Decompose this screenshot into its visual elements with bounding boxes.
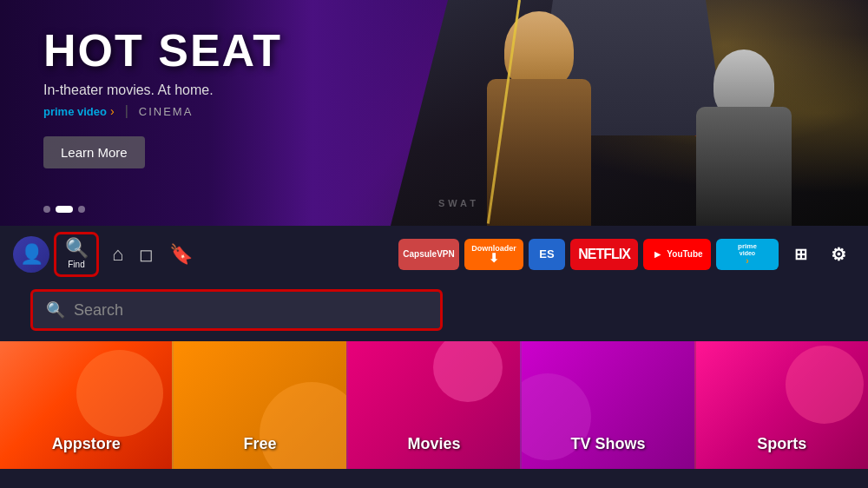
category-tvshows[interactable]: TV Shows (520, 341, 694, 469)
character-1-area (415, 0, 663, 226)
nav-apps: CapsuleVPN Downloader ⬇ ES NETFLIX ▶ You… (398, 239, 855, 270)
dot-1 (43, 206, 50, 213)
cinema-text: CINEMA (139, 105, 194, 118)
app-prime-video[interactable]: prime video › (716, 239, 779, 270)
char1-body (487, 79, 591, 226)
bookmark-icon[interactable]: 🔖 (165, 239, 197, 270)
search-bar-icon: 🔍 (46, 300, 65, 320)
prime-label: prime (738, 242, 757, 250)
dot-2 (56, 206, 73, 213)
prime-video-logo: prime video › (43, 104, 115, 118)
app-capsulevpn[interactable]: CapsuleVPN (398, 239, 459, 270)
capsule-label: CapsuleVPN (398, 249, 458, 260)
category-movies-label: Movies (408, 435, 461, 453)
category-tvshows-label: TV Shows (570, 435, 645, 453)
nav-bar: 👤 🔍 Find ⌂ ◻ 🔖 CapsuleVPN Downloader ⬇ E… (0, 226, 868, 282)
netflix-label: NETFLIX (578, 247, 630, 262)
home-icon[interactable]: ⌂ (108, 239, 128, 270)
app-es-explorer[interactable]: ES (529, 239, 565, 270)
learn-more-button[interactable]: Learn More (43, 136, 145, 168)
prime-arrow-icon: › (110, 104, 115, 118)
grid-icon: ⊞ (794, 245, 807, 264)
branding-divider: | (125, 103, 128, 119)
hero-dots (43, 206, 85, 213)
hero-content: HOT SEAT In-theater movies. At home. pri… (43, 26, 282, 168)
category-free-label: Free (244, 435, 277, 453)
find-label: Find (68, 260, 84, 269)
hero-title: HOT SEAT (43, 26, 282, 76)
app-netflix[interactable]: NETFLIX (570, 239, 638, 270)
es-label: ES (539, 247, 554, 260)
all-apps-button[interactable]: ⊞ (784, 239, 817, 270)
prime-video-label: video (740, 250, 755, 256)
category-movies[interactable]: Movies (346, 341, 520, 469)
find-button[interactable]: 🔍 Find (54, 232, 99, 277)
char2-body (696, 107, 792, 226)
downloader-arrow: ⬇ (489, 251, 499, 265)
category-free[interactable]: Free (172, 341, 345, 469)
youtube-play-icon: ▶ (651, 248, 664, 260)
prime-logo-arrow: › (746, 256, 748, 266)
user-avatar[interactable]: 👤 (13, 236, 49, 273)
nav-icon-group: ⌂ ◻ 🔖 (108, 239, 197, 270)
movies-icon[interactable]: ◻ (135, 240, 158, 269)
search-bar[interactable]: 🔍 Search (30, 289, 443, 331)
category-sports-label: Sports (757, 435, 806, 453)
avatar-icon: 👤 (20, 243, 43, 266)
search-placeholder: Search (74, 301, 123, 320)
hero-right-area: SWAT (391, 0, 868, 226)
youtube-label: YouTube (667, 249, 702, 259)
settings-icon: ⚙ (831, 244, 846, 265)
search-icon: 🔍 (65, 239, 89, 258)
settings-button[interactable]: ⚙ (822, 239, 855, 270)
category-appstore-label: Appstore (52, 435, 121, 453)
hero-banner: SWAT HOT SEAT In-theater movies. At home… (0, 0, 868, 226)
dot-3 (78, 206, 85, 213)
character-2-area (629, 34, 858, 226)
hero-branding: prime video › | CINEMA (43, 103, 282, 119)
prime-video-text: prime video (43, 105, 107, 118)
hero-subtitle: In-theater movies. At home. (43, 82, 282, 98)
swat-watermark: SWAT (438, 198, 479, 208)
app-youtube[interactable]: ▶ YouTube (643, 239, 711, 270)
category-appstore[interactable]: Appstore (0, 341, 172, 469)
app-downloader[interactable]: Downloader ⬇ (464, 239, 523, 270)
category-sports[interactable]: Sports (694, 341, 868, 469)
category-grid: Appstore Free Movies TV Shows Sports (0, 341, 868, 469)
search-section: 🔍 Search (0, 282, 868, 338)
